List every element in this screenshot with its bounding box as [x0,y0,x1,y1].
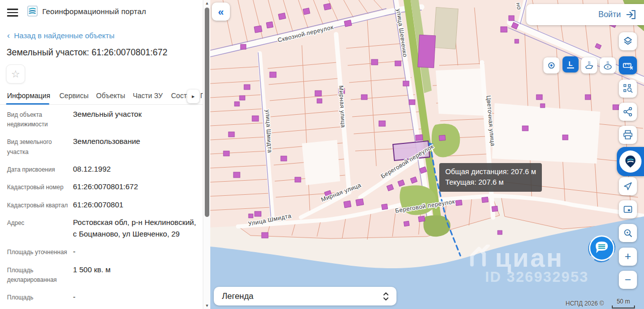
favorite-star-button[interactable]: ☆ [6,64,25,84]
field-row: Кадастровый номер61:26:0070801:672 [7,181,199,193]
tooltip-total: Общая дистанция: 207.6 м [445,167,536,177]
length-icon: L [567,60,574,68]
map-attribution: НСПД 2026 © [566,300,604,307]
measure-area-polygon-button[interactable]: S [581,57,597,73]
share-icon [623,107,633,117]
collapse-panel-button[interactable]: « [212,3,230,21]
legend-dropdown[interactable]: Легенда [214,287,396,305]
measure-area-ellipse-button[interactable]: S [600,57,616,73]
double-chevron-left-icon: « [218,6,224,18]
measure-length-button-active[interactable]: L [562,56,579,72]
page-title: Земельный участок: 61:26:0070801:672 [7,47,168,58]
tab-information[interactable]: Информация [7,92,50,100]
info-panel: Геоинформационный портал ‹Назад в найден… [0,0,203,309]
legend-label: Легенда [222,291,254,301]
measure-point-button[interactable] [543,57,559,73]
polygon-area-icon: S [584,60,595,71]
tab-services[interactable]: Сервисы [59,92,89,100]
navigation-arrow-icon [623,181,633,191]
layers-icon [622,36,633,47]
field-row: АдресРостовская обл, р-н Неклиновский, с… [7,217,199,240]
nspd-logo-button[interactable] [617,147,644,176]
listing-id-watermark: ID 326932953 [485,269,589,285]
zoom-in-button[interactable]: + [619,248,637,266]
share-button[interactable] [619,103,637,121]
star-icon: ☆ [11,68,20,80]
login-icon [626,10,637,20]
point-icon [547,61,555,69]
field-row: Вид объекта недвижимостиЗемельный участо… [7,109,199,129]
minimap-icon [623,204,633,214]
tab-objects[interactable]: Объекты [96,92,125,100]
cadastral-map[interactable]: Сквозной переулок улица Шмидта Мирная ул… [210,0,644,309]
field-row: Дата присвоения08.12.1992 [7,164,199,175]
nspd-logo-icon [619,150,641,173]
street-label: но [515,2,523,10]
cian-watermark: циан [495,243,564,273]
measure-tooltip: Общая дистанция: 207.6 м Текущая: 207.6 … [439,163,542,192]
svg-text:S: S [606,60,609,65]
scale-bar: 50 m [612,298,635,308]
geometry-search-icon [622,83,633,94]
back-chevron-icon: ‹ [7,31,10,40]
tab-strip: Информация Сервисы Объекты Части ЗУ Сост… [0,90,203,105]
scroll-down-icon[interactable]: ▼ [203,303,211,308]
measure-tool-button-active[interactable] [619,56,637,74]
print-button[interactable] [619,126,637,144]
svg-text:S: S [588,60,590,65]
tab-parcel-parts[interactable]: Части ЗУ [133,92,163,100]
ruler-close-icon [622,59,634,71]
ellipse-area-icon: S [602,60,613,71]
menu-icon[interactable] [7,7,18,16]
minus-icon: − [625,274,631,285]
field-row: Площадь декларированная1 500 кв. м [7,264,199,285]
unfold-chevrons-icon [382,292,389,301]
tooltip-current: Текущая: 207.6 м [445,177,536,188]
cian-house-icon [469,245,493,269]
spatial-search-button[interactable] [619,80,637,98]
scroll-up-icon[interactable]: ▲ [203,1,211,6]
field-row: Площадь- [7,291,199,303]
tabs-scroll-right-button[interactable]: ▸ [187,90,199,103]
field-row: Площадь уточненная- [7,246,199,258]
attributes-list: Вид объекта недвижимостиЗемельный участо… [7,109,199,309]
portal-logo-icon [26,5,38,17]
print-icon [622,129,633,140]
map-canvas[interactable]: Сквозной переулок улица Шмидта Мирная ул… [210,0,644,309]
scale-label: 50 m [612,298,635,305]
login-bar[interactable]: Войти [526,4,644,25]
chat-button[interactable] [587,233,617,263]
field-row: Вид земельного участкаЗемлепользование [7,136,199,157]
minimap-button[interactable] [619,200,637,218]
chevron-right-icon: ▸ [192,93,195,100]
back-to-results-link[interactable]: ‹Назад в найденные объекты [7,31,114,41]
login-label: Войти [598,10,621,19]
panel-scrollbar[interactable]: ▲ ▼ [203,0,210,309]
active-tab-underline [6,103,49,105]
field-row: Кадастровый квартал61:26:0070801 [7,199,199,211]
my-location-button[interactable] [619,177,637,195]
search-on-map-button[interactable] [619,224,637,242]
plus-icon: + [625,251,631,262]
scale-line [612,305,635,308]
zoom-out-button[interactable]: − [619,271,637,289]
layers-button[interactable] [619,32,637,50]
app-title: Геоинформационный портал [42,7,146,16]
magnifier-icon [623,228,633,238]
scrollbar-thumb[interactable] [205,8,209,217]
